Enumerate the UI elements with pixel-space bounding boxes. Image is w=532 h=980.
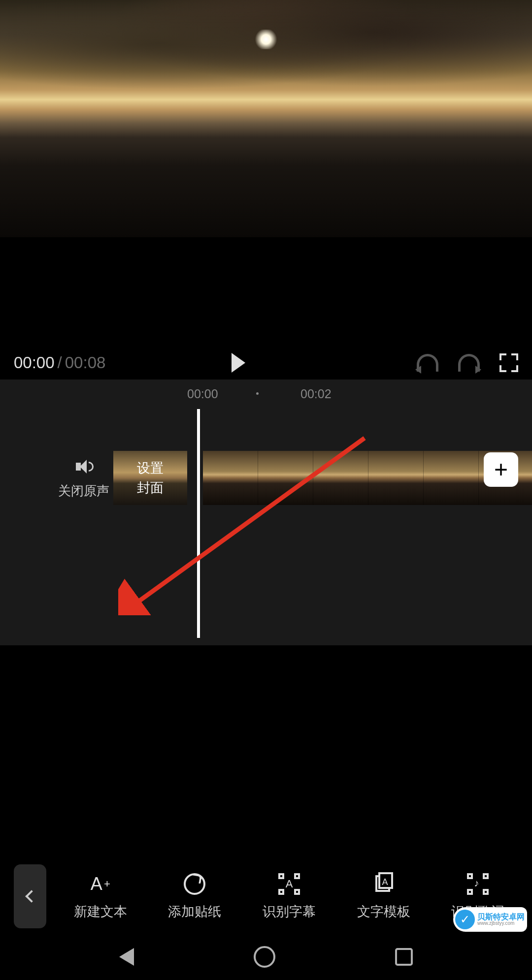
text-toolbar: A+ 新建文本 添加贴纸 A 识别字幕 A 文字模板 ♪ 识别歌词 (0, 859, 532, 933)
video-preview[interactable] (0, 0, 532, 237)
play-icon[interactable] (232, 353, 245, 373)
template-icon: A (370, 872, 398, 896)
text-template-button[interactable]: A 文字模板 (357, 872, 410, 920)
clip-thumb[interactable] (203, 451, 258, 505)
sticker-icon (181, 872, 208, 896)
scan-music-icon: ♪ (464, 872, 492, 896)
nav-home-icon[interactable] (254, 946, 275, 968)
text-plus-icon: A+ (87, 872, 114, 896)
cover-label-l1: 设置 (137, 459, 164, 477)
current-time: 00:00 (14, 353, 55, 372)
watermark-badge: ✓ 贝斯特安卓网 www.zjbstyy.com (453, 907, 527, 932)
speaker-icon (74, 457, 94, 476)
chevron-left-icon (25, 890, 37, 902)
spacer (0, 237, 532, 348)
watermark-icon: ✓ (455, 910, 475, 929)
new-text-button[interactable]: A+ 新建文本 (74, 872, 127, 920)
clip-thumb[interactable] (368, 451, 424, 505)
back-button[interactable] (14, 864, 46, 928)
playhead[interactable] (197, 409, 200, 638)
time-ruler: 00:00 00:02 (0, 386, 532, 401)
fullscreen-icon[interactable] (499, 353, 518, 372)
plus-icon: + (494, 458, 508, 481)
preview-frame-sun (254, 30, 278, 49)
playback-controls: 00:00 / 00:08 (0, 348, 532, 378)
set-cover-button[interactable]: 设置 封面 (113, 451, 187, 505)
video-track[interactable]: 关闭原声 设置 封面 (0, 451, 532, 505)
tool-label: 文字模板 (357, 903, 410, 920)
nav-recent-icon[interactable] (395, 948, 413, 966)
clip-strip[interactable] (203, 451, 532, 505)
recognize-subtitles-button[interactable]: A 识别字幕 (263, 872, 316, 920)
tool-label: 新建文本 (74, 903, 127, 920)
redo-icon[interactable] (458, 354, 480, 372)
clip-thumb[interactable] (424, 451, 479, 505)
mute-label: 关闭原声 (58, 482, 109, 500)
watermark-url: www.zjbstyy.com (477, 921, 525, 926)
ruler-mark: 00:02 (300, 387, 332, 401)
system-nav-bar (0, 933, 532, 980)
timeline-area[interactable]: 00:00 00:02 关闭原声 设置 封面 + (0, 379, 532, 645)
undo-icon[interactable] (417, 354, 438, 372)
ruler-dot (256, 392, 259, 395)
ruler-mark: 00:00 (187, 387, 218, 401)
clip-thumb[interactable] (258, 451, 313, 505)
scan-text-icon: A (275, 872, 303, 896)
watermark-title: 贝斯特安卓网 (477, 913, 525, 921)
tool-label: 添加贴纸 (168, 903, 221, 920)
preview-frame (0, 0, 532, 108)
add-clip-button[interactable]: + (484, 452, 518, 487)
add-sticker-button[interactable]: 添加贴纸 (168, 872, 221, 920)
clip-thumb[interactable] (313, 451, 368, 505)
cover-label-l2: 封面 (137, 479, 164, 497)
tool-label: 识别字幕 (263, 903, 316, 920)
nav-back-icon[interactable] (119, 948, 134, 966)
